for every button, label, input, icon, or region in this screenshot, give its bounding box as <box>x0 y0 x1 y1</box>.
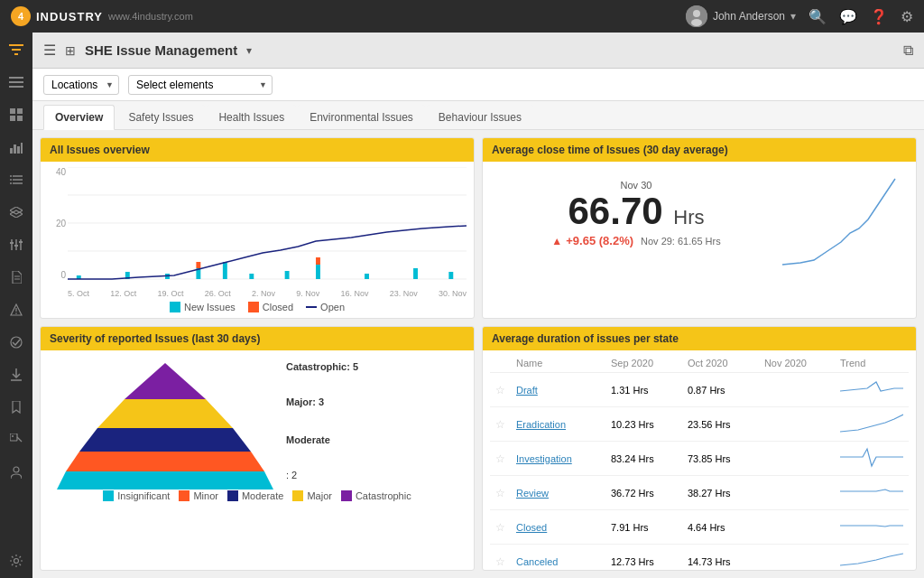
user-dropdown-arrow[interactable]: ▾ <box>790 10 796 23</box>
star-canceled[interactable]: ☆ <box>495 555 505 567</box>
trend-canceled <box>835 545 909 567</box>
svg-rect-63 <box>248 302 259 312</box>
location-select[interactable]: Locations <box>43 75 119 95</box>
settings-icon[interactable]: ⚙ <box>901 8 913 25</box>
svg-rect-58 <box>413 268 418 279</box>
severity-label-catastrophic: Catastrophic: 5 <box>286 361 358 372</box>
tab-overview[interactable]: Overview <box>43 105 115 130</box>
help-icon[interactable]: ❓ <box>870 8 888 25</box>
svg-rect-57 <box>365 274 369 279</box>
svg-rect-12 <box>17 116 23 121</box>
duration-table: Name Sep 2020 Oct 2020 Nov 2020 Trend ☆ <box>490 354 909 566</box>
y-label-20: 20 <box>48 219 66 228</box>
sidebar-list-icon[interactable] <box>4 170 29 190</box>
sidebar-menu-icon[interactable] <box>4 72 29 92</box>
hamburger-icon[interactable]: ☰ <box>43 42 56 59</box>
col-name: Name <box>511 354 605 373</box>
legend-moderate: Moderate <box>227 490 283 501</box>
sidebar-settings-icon[interactable] <box>4 551 29 571</box>
trend-review <box>835 476 909 510</box>
nav-left: 4 INDUSTRY www.4industry.com <box>11 6 193 26</box>
star-eradication[interactable]: ☆ <box>495 418 505 431</box>
sidebar-user-icon[interactable] <box>4 462 29 482</box>
tab-safety[interactable]: Safety Issues <box>116 105 205 129</box>
severity-label-moderate: Moderate <box>286 434 358 445</box>
sidebar-check-icon[interactable] <box>4 332 29 352</box>
trend-draft <box>835 373 909 407</box>
link-closed[interactable]: Closed <box>516 522 547 533</box>
avatar <box>686 5 707 27</box>
chat-icon[interactable]: 💬 <box>839 8 857 25</box>
svg-rect-73 <box>292 490 303 501</box>
duration-table-header-row: Name Sep 2020 Oct 2020 Nov 2020 Trend <box>490 354 909 373</box>
star-closed[interactable]: ☆ <box>495 521 505 534</box>
tab-behaviour[interactable]: Behaviour Issues <box>427 105 533 129</box>
tab-bar: Overview Safety Issues Health Issues Env… <box>32 101 924 130</box>
window-icon[interactable]: ⧉ <box>903 42 913 58</box>
sidebar-grid-icon[interactable] <box>4 105 29 125</box>
legend-open-label: Open <box>320 302 345 312</box>
cell-eradication-oct: 23.56 Hrs <box>682 407 759 442</box>
elements-select[interactable]: Select elements <box>128 75 273 95</box>
main-layout: ☰ ⊞ SHE Issue Management ▾ ⧉ Locations S… <box>0 33 924 578</box>
table-row: ☆ Canceled 12.73 Hrs 14.73 Hrs <box>490 545 909 567</box>
cell-canceled-sep: 12.73 Hrs <box>605 545 682 567</box>
svg-point-43 <box>14 559 19 564</box>
star-investigation[interactable]: ☆ <box>495 452 505 465</box>
cell-closed-nov <box>759 510 835 545</box>
tab-environmental[interactable]: Environmental Issues <box>298 105 425 129</box>
x-label-26oct: 26. Oct <box>205 289 231 298</box>
sidebar-file-icon[interactable] <box>4 267 29 287</box>
x-label-5oct: 5. Oct <box>68 289 89 298</box>
star-draft[interactable]: ☆ <box>495 384 505 396</box>
star-review[interactable]: ☆ <box>495 487 505 499</box>
legend-minor: Minor <box>179 490 218 501</box>
svg-point-42 <box>14 467 19 472</box>
search-icon[interactable]: 🔍 <box>808 8 827 25</box>
user-info[interactable]: John Anderson ▾ <box>686 5 796 27</box>
avg-close-header: Average close time of Issues (30 day ave… <box>483 138 916 162</box>
sidebar-tag-icon[interactable] <box>4 430 29 450</box>
logo-icon: 4 <box>11 6 31 26</box>
sidebar-chart-icon[interactable] <box>4 137 29 157</box>
title-dropdown-arrow[interactable]: ▾ <box>246 44 252 57</box>
y-label-40: 40 <box>48 167 66 177</box>
avg-close-chart <box>782 174 900 274</box>
page-title: SHE Issue Management <box>85 42 237 58</box>
col-trend: Trend <box>835 354 909 373</box>
svg-point-20 <box>10 175 12 177</box>
sidebar-download-icon[interactable] <box>4 365 29 385</box>
link-review[interactable]: Review <box>516 488 549 499</box>
sidebar-bookmark-icon[interactable] <box>4 397 29 417</box>
legend-open: Open <box>306 302 345 312</box>
legend-moderate-label: Moderate <box>242 490 283 501</box>
svg-rect-59 <box>448 272 453 279</box>
sidebar-layers-icon[interactable] <box>4 202 29 222</box>
col-sep: Sep 2020 <box>605 354 682 373</box>
legend-insignificant: Insignificant <box>103 490 170 501</box>
link-draft[interactable]: Draft <box>516 385 538 396</box>
cell-closed-oct: 4.64 Hrs <box>682 510 759 545</box>
link-canceled[interactable]: Canceled <box>516 556 558 567</box>
left-sidebar <box>0 33 32 578</box>
sidebar-filter-icon[interactable] <box>4 40 29 60</box>
grid-icon[interactable]: ⊞ <box>65 43 76 58</box>
svg-rect-29 <box>14 245 18 247</box>
severity-labels: Catastrophic: 5 Major: 3 Moderate : 2 <box>286 354 358 488</box>
logo-text: INDUSTRY <box>36 10 103 23</box>
svg-rect-28 <box>10 242 14 244</box>
x-label-23nov: 23. Nov <box>390 289 418 298</box>
svg-rect-39 <box>10 434 17 441</box>
tab-health[interactable]: Health Issues <box>207 105 296 129</box>
svg-rect-11 <box>10 116 15 121</box>
avg-close-body: Nov 30 66.70 Hrs ▲ +9.65 (8.2%) Nov 29: … <box>483 162 916 314</box>
avg-close-value: 66.70 Hrs <box>490 191 782 232</box>
cell-review-sep: 36.72 Hrs <box>605 476 682 510</box>
link-eradication[interactable]: Eradication <box>516 419 566 430</box>
sidebar-equalizer-icon[interactable] <box>4 235 29 255</box>
sidebar-alert-icon[interactable] <box>4 300 29 320</box>
svg-rect-56 <box>316 265 320 279</box>
avg-close-number-section: Nov 30 66.70 Hrs ▲ +9.65 (8.2%) Nov 29: … <box>490 167 782 309</box>
severity-label-minor-val: : 2 <box>286 470 358 480</box>
link-investigation[interactable]: Investigation <box>516 453 572 464</box>
